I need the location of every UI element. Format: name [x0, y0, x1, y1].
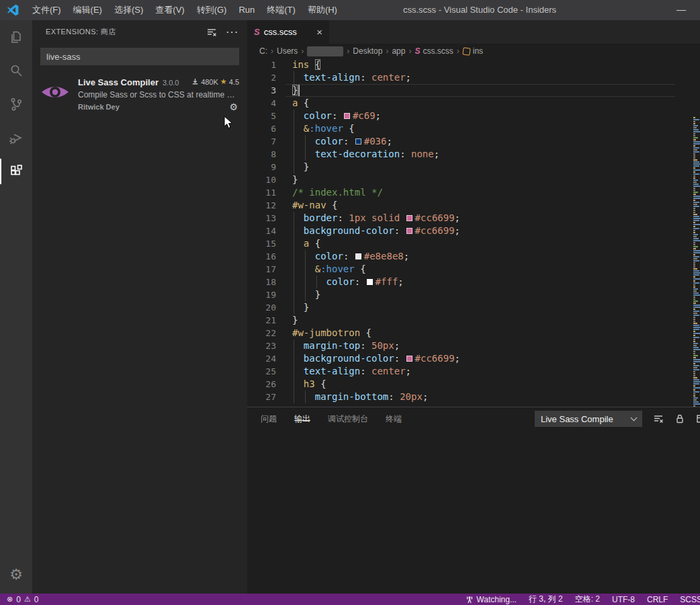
- color-swatch[interactable]: [406, 215, 412, 221]
- color-swatch[interactable]: [344, 113, 350, 119]
- code-line[interactable]: 14 background-color: #cc6699;: [247, 225, 700, 237]
- settings-gear-icon[interactable]: ⚙: [0, 561, 32, 588]
- menu-item[interactable]: Run: [232, 0, 261, 20]
- sass-watching-status[interactable]: Watching...: [466, 595, 517, 604]
- menu-item[interactable]: 选择(S): [108, 0, 149, 20]
- minimap-line: [693, 248, 696, 249]
- code-line[interactable]: 8 text-decoration: none;: [247, 148, 700, 161]
- minimap-line: [693, 121, 695, 122]
- source-control-icon[interactable]: [0, 87, 32, 121]
- code-token: background-color: [304, 225, 394, 236]
- breadcrumb-desktop[interactable]: Desktop: [353, 46, 382, 56]
- problems-status[interactable]: ⊗ 0 ⚠ 0: [7, 595, 38, 604]
- color-swatch[interactable]: [367, 279, 373, 285]
- indentation-indicator[interactable]: 空格: 2: [575, 594, 600, 605]
- code-line[interactable]: 3}: [247, 84, 700, 97]
- extension-list-item[interactable]: Live Sass Compiler 3.0.0 480K ★ 4.5 Comp…: [32, 72, 247, 116]
- color-swatch[interactable]: [406, 356, 412, 362]
- code-line[interactable]: 4a {: [247, 97, 700, 110]
- minimap-line: [693, 385, 695, 387]
- code-line[interactable]: 9 }: [247, 161, 700, 173]
- code-editor[interactable]: 1ins {2 text-align: center;3}4a {5 color…: [247, 58, 700, 407]
- encoding-indicator[interactable]: UTF-8: [612, 595, 635, 604]
- sass-file-icon: S: [414, 46, 420, 56]
- code-line[interactable]: 24 background-color: #cc6699;: [247, 352, 700, 365]
- color-swatch[interactable]: [355, 138, 361, 145]
- code-line[interactable]: 19 }: [247, 288, 700, 301]
- code-line[interactable]: 11/* index.html */: [247, 186, 700, 199]
- menu-item[interactable]: 转到(G): [191, 0, 233, 20]
- line-number: 22: [247, 327, 276, 339]
- code-line[interactable]: 25 text-align: center;: [247, 365, 700, 378]
- code-line[interactable]: 17 &:hover {: [247, 263, 700, 276]
- panel-tab[interactable]: 终端: [386, 414, 402, 424]
- code-line[interactable]: 10}: [247, 173, 700, 186]
- line-col-indicator[interactable]: 行 3, 列 2: [529, 594, 563, 605]
- extension-search-input[interactable]: [40, 48, 239, 65]
- menu-item[interactable]: 文件(F): [26, 0, 67, 20]
- eol-indicator[interactable]: CRLF: [647, 595, 668, 604]
- indent-guide: [305, 250, 306, 263]
- tab-css-scss[interactable]: S css.scss ×: [247, 20, 329, 44]
- breadcrumb-app[interactable]: app: [392, 46, 405, 56]
- minimap-line: [693, 190, 695, 191]
- panel-tab[interactable]: 输出: [294, 414, 310, 424]
- menu-item[interactable]: 帮助(H): [302, 0, 343, 20]
- menu-item[interactable]: 编辑(E): [67, 0, 108, 20]
- code-line[interactable]: 20 }: [247, 301, 700, 314]
- breadcrumb-drive[interactable]: C:: [259, 46, 267, 56]
- minimize-icon[interactable]: —: [674, 0, 688, 19]
- minimap-line: [693, 133, 695, 134]
- code-line[interactable]: 12#w-nav {: [247, 199, 700, 212]
- code-token: 1px solid: [349, 212, 405, 223]
- breadcrumb-file[interactable]: css.scss: [423, 46, 453, 56]
- code-token: /* index.html */: [292, 187, 383, 198]
- breadcrumb-symbol[interactable]: ins: [473, 46, 483, 56]
- breadcrumb-users[interactable]: Users: [277, 46, 298, 56]
- panel-tab[interactable]: 问题: [261, 414, 277, 424]
- extension-manage-gear-icon[interactable]: ⚙: [229, 102, 238, 112]
- minimap-line: [693, 288, 698, 290]
- output-channel-select[interactable]: Live Sass Compile: [535, 411, 642, 427]
- code-token: ;: [404, 251, 409, 261]
- menu-item[interactable]: 查看(V): [149, 0, 190, 20]
- code-line[interactable]: 2 text-align: center;: [247, 71, 700, 84]
- run-debug-icon[interactable]: [0, 121, 32, 155]
- code-line[interactable]: 16 color: #e8e8e8;: [247, 250, 700, 263]
- language-indicator[interactable]: SCSS: [680, 595, 700, 604]
- code-line[interactable]: 6 &:hover {: [247, 122, 700, 135]
- code-line[interactable]: 22#w-jumbotron {: [247, 327, 700, 339]
- search-icon[interactable]: [0, 54, 32, 87]
- chevron-icon: ›: [301, 46, 304, 56]
- mouse-cursor: [224, 116, 234, 130]
- color-swatch[interactable]: [406, 228, 412, 234]
- code-line[interactable]: 5 color: #c69;: [247, 110, 700, 122]
- code-line[interactable]: 27 margin-bottom: 20px;: [247, 391, 700, 403]
- code-line[interactable]: 13 border: 1px solid #cc6699;: [247, 212, 700, 225]
- code-line[interactable]: 1ins {: [247, 58, 700, 71]
- code-line[interactable]: 18 color: #fff;: [247, 276, 700, 288]
- panel-tab[interactable]: 调试控制台: [328, 414, 368, 424]
- code-token: color: [326, 276, 355, 287]
- indent-guide: [294, 276, 294, 288]
- color-swatch[interactable]: [355, 253, 361, 259]
- explorer-icon[interactable]: [0, 20, 32, 54]
- breadcrumb-username-redacted[interactable]: [307, 46, 343, 56]
- code-line[interactable]: 21}: [247, 314, 700, 327]
- extensions-icon[interactable]: [0, 155, 32, 188]
- clear-output-icon[interactable]: [653, 413, 664, 424]
- lock-scroll-icon[interactable]: [674, 413, 685, 424]
- code-token: :: [360, 340, 371, 351]
- code-line[interactable]: 23 margin-top: 50px;: [247, 339, 700, 352]
- indent-guide: [294, 250, 294, 263]
- code-line[interactable]: 26 h3 {: [247, 378, 700, 391]
- tab-close-icon[interactable]: ×: [316, 26, 322, 38]
- code-line[interactable]: 15 a {: [247, 237, 700, 250]
- menu-item[interactable]: 终端(T): [261, 0, 302, 20]
- clear-search-results-icon[interactable]: [206, 27, 217, 38]
- code-line[interactable]: 7 color: #036;: [247, 135, 700, 148]
- maximize-panel-icon[interactable]: [696, 413, 700, 424]
- minimap-line: [693, 208, 695, 209]
- more-actions-icon[interactable]: ···: [226, 27, 239, 37]
- minimap-line: [693, 224, 700, 225]
